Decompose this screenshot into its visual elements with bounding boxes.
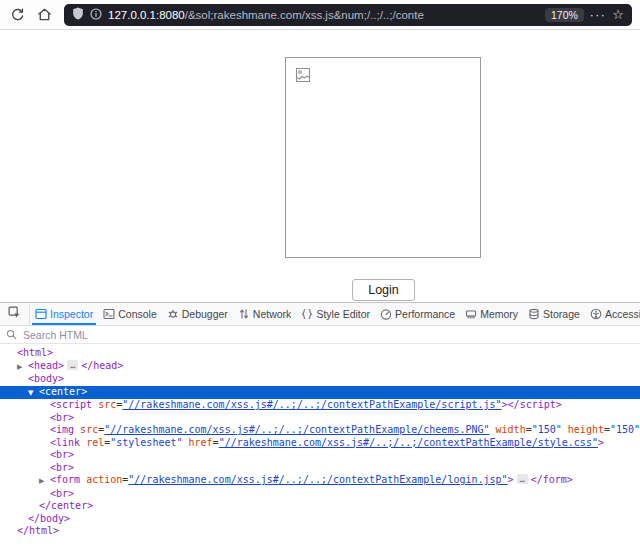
markup-line[interactable]: <body> (0, 373, 640, 386)
markup-token-tag: </html> (17, 525, 59, 536)
markup-line[interactable]: <script src="//rakeshmane.com/xss.js#/..… (0, 399, 640, 412)
url-bar[interactable]: 127.0.0.1:8080/&sol;rakeshmane.com/xss.j… (64, 4, 632, 26)
markup-token-link: "//rakeshmane.com/xss.js#/..;/..;/contex… (122, 399, 501, 410)
expand-arrow-icon[interactable]: ▶ (39, 475, 50, 488)
memory-icon (465, 308, 477, 320)
markup-token-tag: ></script> (502, 399, 562, 410)
markup-token-val: "stylesheet" (110, 437, 182, 448)
markup-line[interactable]: ▶<head>…</head> (0, 360, 640, 374)
star-icon: ☆ (612, 7, 624, 22)
nav-icons (0, 7, 64, 22)
markup-token-val: "150" (532, 424, 562, 435)
markup-line[interactable]: <html> (0, 347, 640, 360)
markup-line[interactable]: <img src="//rakeshmane.com/xss.js#/..;/.… (0, 424, 640, 437)
expand-arrow-icon[interactable]: ▼ (28, 387, 39, 400)
tab-label: Storage (543, 308, 580, 320)
markup-token-tag: <head> (28, 360, 64, 371)
markup-token-tag: <br> (50, 488, 74, 499)
markup-token-tag: <center> (39, 386, 87, 397)
home-button[interactable] (37, 7, 52, 22)
tab-performance[interactable]: Performance (375, 303, 460, 325)
tab-storage[interactable]: Storage (523, 303, 585, 325)
network-icon (238, 308, 250, 320)
login-button-label: Login (368, 283, 399, 297)
tab-label: Memory (480, 308, 518, 320)
zoom-indicator[interactable]: 170% (545, 8, 584, 22)
tab-inspector[interactable]: Inspector (30, 303, 98, 325)
markup-token-attr: src (92, 399, 116, 410)
devtools-search-bar (0, 326, 640, 344)
markup-token-tag: <html> (17, 347, 53, 358)
url-path: /&sol;rakeshmane.com/xss.js&num;/..;/..;… (185, 9, 424, 21)
markup-token-tag: </center> (39, 500, 93, 511)
markup-line[interactable]: ▼<center> (0, 386, 640, 400)
expand-arrow-icon[interactable]: ▶ (17, 361, 28, 374)
markup-view: <html>▶<head>…</head><body>▼<center><scr… (0, 344, 640, 556)
markup-line[interactable]: <br> (0, 462, 640, 475)
inspector-icon (35, 308, 47, 320)
tab-memory[interactable]: Memory (460, 303, 523, 325)
markup-token-tag: <br> (50, 462, 74, 473)
search-input[interactable] (21, 328, 634, 342)
reload-icon (10, 7, 25, 22)
node-picker-icon (8, 305, 21, 323)
broken-image-box (285, 57, 481, 258)
debugger-icon (167, 308, 179, 320)
accessibility-icon (590, 308, 602, 320)
tab-accessibility[interactable]: Accessibility (585, 303, 640, 325)
markup-token-attr: action (80, 474, 122, 485)
bookmark-button[interactable]: ☆ (612, 8, 624, 21)
devtools-tabbar: Inspector Console Debugger (0, 303, 640, 326)
tab-label: Accessibility (605, 308, 640, 320)
markup-line[interactable]: </html> (0, 525, 640, 538)
node-picker-button[interactable] (0, 303, 30, 325)
login-button[interactable]: Login (352, 279, 415, 301)
reload-button[interactable] (10, 7, 25, 22)
page-content: Login (0, 30, 640, 302)
tab-debugger[interactable]: Debugger (162, 303, 233, 325)
markup-token-tag: </head> (81, 360, 123, 371)
home-icon (37, 7, 52, 22)
collapsed-ellipsis[interactable]: … (517, 474, 528, 484)
tab-label: Debugger (182, 308, 228, 320)
markup-line[interactable]: ▶<form action="//rakeshmane.com/xss.js#/… (0, 474, 640, 488)
markup-token-link: "//rakeshmane.com/xss.js#/..;/..;/contex… (128, 474, 507, 485)
markup-token-link: "//rakeshmane.com/xss.js#/..;/..;/contex… (104, 424, 489, 435)
markup-token-tag: <script (50, 399, 92, 410)
markup-line[interactable]: <br> (0, 488, 640, 501)
markup-token-tag: <img (50, 424, 74, 435)
markup-line[interactable]: </center> (0, 500, 640, 513)
shield-icon[interactable] (72, 7, 84, 22)
devtools-panel: Inspector Console Debugger (0, 302, 640, 558)
console-icon (103, 308, 115, 320)
markup-token-tag: <form (50, 474, 80, 485)
tab-style-editor[interactable]: Style Editor (296, 303, 375, 325)
performance-icon (380, 308, 392, 320)
markup-token-tag: > (508, 474, 514, 485)
tab-console[interactable]: Console (98, 303, 162, 325)
markup-line[interactable]: <br> (0, 449, 640, 462)
browser-toolbar: 127.0.0.1:8080/&sol;rakeshmane.com/xss.j… (0, 0, 640, 30)
broken-image-icon (295, 67, 311, 87)
storage-icon (528, 308, 540, 320)
markup-token-attr: src (74, 424, 98, 435)
markup-token-val: "150" (610, 424, 640, 435)
markup-token-link: "//rakeshmane.com/xss.js#/..;/..;/contex… (219, 437, 598, 448)
markup-line[interactable]: </body> (0, 513, 640, 526)
tab-label: Style Editor (316, 308, 370, 320)
markup-token-tag: <link (50, 437, 80, 448)
style-editor-icon (301, 308, 313, 320)
page-actions-button[interactable]: ··· (590, 9, 607, 21)
markup-token-tag: > (598, 437, 604, 448)
url-text[interactable]: 127.0.0.1:8080/&sol;rakeshmane.com/xss.j… (108, 9, 539, 21)
markup-token-tag: <br> (50, 412, 74, 423)
markup-token-attr: width (490, 424, 526, 435)
markup-token-tag: <body> (28, 373, 64, 384)
collapsed-ellipsis[interactable]: … (67, 360, 78, 370)
search-icon (6, 326, 17, 344)
markup-line[interactable]: <br> (0, 412, 640, 425)
tab-label: Inspector (50, 308, 93, 320)
tab-network[interactable]: Network (233, 303, 297, 325)
markup-line[interactable]: <link rel="stylesheet" href="//rakeshman… (0, 437, 640, 450)
info-icon[interactable] (90, 8, 102, 22)
